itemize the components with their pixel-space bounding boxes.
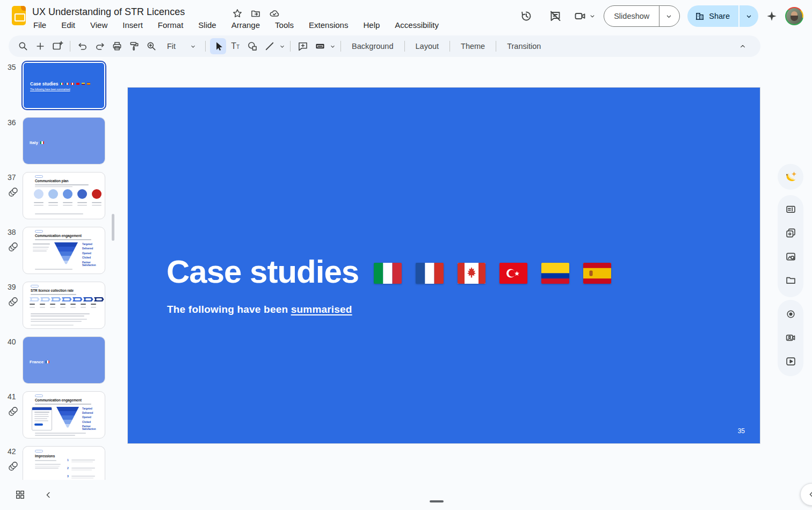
placeholder-caret-icon[interactable] — [329, 43, 336, 50]
thumbnail-slide-41[interactable]: Communication engagement Targeted Delive… — [23, 391, 105, 439]
search-menus-icon[interactable] — [15, 38, 31, 54]
linked-slide-icon — [8, 406, 18, 416]
gemini-sparkle-icon[interactable] — [766, 10, 778, 22]
document-title[interactable]: UX Understanding of STR Licences — [32, 6, 185, 18]
thumbnail-slide-42[interactable]: Impressions 1 2 3 — [23, 446, 105, 480]
collapse-toolbar-icon[interactable] — [735, 38, 751, 54]
thumbnail-slide-36[interactable]: Italy — [23, 117, 105, 164]
menu-format[interactable]: Format — [157, 19, 185, 31]
redo-button[interactable] — [92, 38, 108, 54]
flag-canada-icon — [458, 263, 485, 284]
collapse-filmstrip-icon[interactable] — [44, 490, 53, 500]
funnel-label: Targeted — [82, 243, 105, 246]
slideshow-button[interactable]: Slideshow — [604, 5, 680, 27]
funnel-label: Delivered — [82, 247, 105, 250]
funnel-label: Delivered — [82, 412, 105, 414]
zoom-icon[interactable] — [143, 38, 160, 54]
paint-format-icon[interactable] — [126, 38, 142, 54]
slide-title-text[interactable]: Case studies — [166, 253, 359, 290]
new-slide-button[interactable] — [32, 38, 48, 54]
thumbnail-slide-38[interactable]: Communication engagement Targeted Delive… — [23, 227, 105, 274]
linked-slide-icon — [8, 187, 18, 197]
menu-help[interactable]: Help — [362, 19, 381, 31]
meet-camera-button[interactable] — [574, 10, 596, 23]
thumb-subtitle: The following have been summarised — [30, 88, 70, 91]
share-button[interactable]: Share — [687, 5, 758, 27]
flag-italy-icon — [374, 263, 402, 284]
layout-button[interactable]: Layout — [409, 42, 446, 51]
line-tool[interactable] — [262, 38, 278, 54]
menu-insert[interactable]: Insert — [121, 19, 144, 31]
thumb-title: Communication plan — [35, 179, 68, 183]
meet-caret-icon — [589, 12, 596, 20]
slide-number: 41 — [8, 392, 20, 401]
flag-spain-icon — [583, 263, 611, 284]
move-folder-icon[interactable] — [250, 8, 261, 19]
menu-extensions[interactable]: Extensions — [308, 19, 349, 31]
menu-slide[interactable]: Slide — [197, 19, 217, 31]
thumb-title: Case studies — [30, 81, 58, 87]
select-tool[interactable] — [210, 38, 226, 54]
filmstrip-scrollbar[interactable] — [112, 214, 114, 241]
image-stack-icon[interactable] — [780, 221, 801, 245]
comments-hidden-icon[interactable] — [545, 5, 566, 27]
thumb-title: Italy — [30, 140, 38, 145]
play-presentation-icon[interactable] — [780, 349, 801, 373]
menu-accessibility[interactable]: Accessibility — [394, 19, 440, 31]
undo-button[interactable] — [75, 38, 91, 54]
menu-edit[interactable]: Edit — [60, 19, 76, 31]
camera-recording-icon[interactable] — [780, 326, 801, 349]
text-box-tool[interactable]: TT — [227, 38, 243, 54]
folder-icon[interactable] — [780, 268, 801, 292]
main-toolbar: Fit TT Background Layout Theme Transitio… — [9, 35, 760, 57]
thumb-title: Communication engagement — [35, 234, 82, 238]
cloud-saved-icon[interactable] — [269, 8, 280, 19]
zoom-select[interactable]: Fit — [161, 42, 201, 51]
slide-subtitle-text[interactable]: The following have been summarised — [167, 304, 352, 315]
background-button[interactable]: Background — [345, 42, 400, 51]
building-icon — [695, 11, 705, 21]
menu-tools[interactable]: Tools — [274, 19, 295, 31]
thumbnail-slide-39[interactable]: STR licence collection rate — [23, 282, 105, 329]
side-panel-icon[interactable] — [780, 197, 801, 221]
theme-button[interactable]: Theme — [454, 42, 491, 51]
slide-number: 37 — [8, 173, 20, 182]
slide-canvas[interactable]: Case studies The following have been sum… — [127, 87, 760, 444]
speaker-notes-handle[interactable] — [430, 500, 444, 502]
subtitle-link: summarised — [291, 304, 352, 315]
thumbnail-slide-37[interactable]: Communication plan — [23, 172, 105, 219]
linked-slide-icon — [8, 461, 18, 471]
flag-france-icon — [416, 263, 444, 284]
thumbnail-slide-35[interactable]: Case studies The following have been sum… — [21, 61, 106, 110]
thumb-title: STR licence collection rate — [31, 289, 74, 292]
thumbnail-slide-40[interactable]: France — [23, 336, 105, 384]
funnel-label: Partner Satisfaction — [82, 425, 105, 430]
ai-image-banana-button[interactable] — [778, 164, 803, 190]
slides-logo[interactable] — [12, 6, 26, 25]
line-caret-icon[interactable] — [279, 43, 286, 50]
banana-sparkle-icon — [784, 170, 798, 184]
thumb-title: Impressions — [35, 454, 55, 458]
version-history-icon[interactable] — [516, 5, 537, 27]
print-button[interactable] — [109, 38, 125, 54]
funnel-label: Clicked — [82, 421, 105, 423]
shape-tool[interactable] — [244, 38, 260, 54]
slide-page-number: 35 — [738, 427, 745, 435]
new-slide-layout-button[interactable] — [49, 38, 66, 54]
insert-comment-tool[interactable] — [295, 38, 311, 54]
record-icon[interactable] — [780, 302, 801, 326]
star-icon[interactable] — [232, 8, 243, 19]
slide-flags-row[interactable] — [374, 263, 611, 284]
slide-number: 42 — [8, 447, 20, 456]
image-search-icon[interactable] — [780, 245, 801, 268]
menu-file[interactable]: File — [32, 19, 47, 31]
avatar[interactable] — [785, 7, 803, 25]
transition-button[interactable]: Transition — [501, 42, 547, 51]
placeholder-tool[interactable] — [312, 38, 328, 54]
slide-number: 35 — [8, 63, 20, 71]
menu-view[interactable]: View — [89, 19, 108, 31]
grid-view-icon[interactable] — [15, 490, 25, 500]
show-side-panel-button[interactable] — [800, 483, 812, 506]
menu-arrange[interactable]: Arrange — [230, 19, 261, 31]
slide-number: 40 — [8, 337, 20, 346]
